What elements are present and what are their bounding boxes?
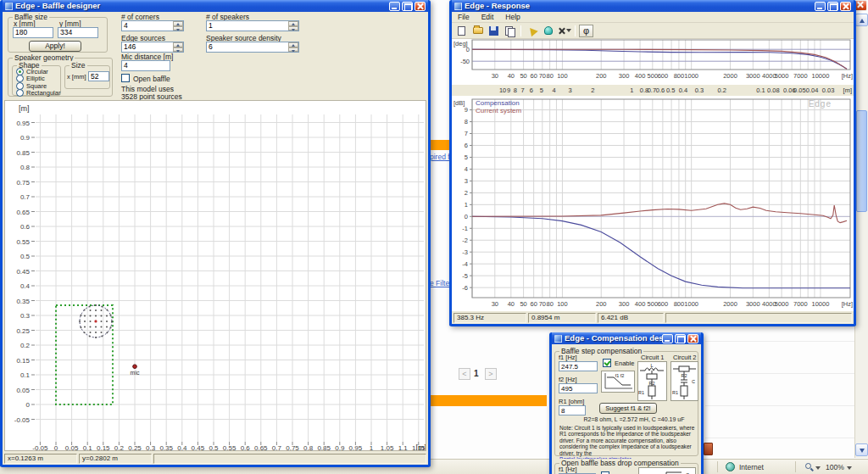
svg-text:50: 50 [520,72,526,80]
browser-scrollbar[interactable] [854,14,868,458]
title-bar[interactable]: Edge - Compensation designer [552,332,701,344]
shape-option[interactable]: Rectangular [16,90,59,98]
svg-text:[m]: [m] [19,104,30,113]
svg-text:9: 9 [465,106,468,114]
apply-button[interactable]: Apply! [29,41,81,52]
spinner-buttons[interactable] [173,42,183,52]
maximize-button[interactable] [402,2,413,11]
pagination-prev-button[interactable]: < [459,368,470,380]
svg-text:1000: 1000 [684,300,698,308]
minimize-button[interactable] [662,334,673,343]
zoom-level[interactable]: 100% [826,463,844,471]
wavelength-tick: 0.5 [666,86,675,94]
circuit1-R1-label: R1 [638,390,644,395]
zoom-level-dropdown-icon[interactable] [847,466,852,470]
svg-text:5: 5 [465,153,468,161]
svg-text:0.65: 0.65 [16,209,30,216]
open-button[interactable] [470,25,485,37]
baffle-plot-canvas[interactable]: 0.950.90.850.80.750.70.650.60.550.50.450… [4,100,426,451]
shape-option[interactable]: Square [16,82,59,90]
title-bar[interactable]: Edge - Baffle designer [3,0,428,12]
edge-sources-input[interactable]: 146 [121,42,184,53]
svg-text:1: 1 [465,201,468,209]
maximize-button[interactable] [675,334,686,343]
shape-option[interactable]: Circular [16,68,59,75]
response-chart[interactable]: [dB]9876543210-1-2-3-4-5-630405060708010… [452,96,854,311]
browser-close-button[interactable] [854,0,867,11]
wavelength-tick: 0.2 [717,86,726,94]
zoom-icon [805,463,811,469]
enable-step-comp-checkbox[interactable] [603,359,611,367]
copy-button[interactable] [503,25,517,37]
shape-option[interactable]: Elliptic [16,75,59,83]
minimize-button[interactable] [389,2,400,11]
svg-text:0.15: 0.15 [97,444,110,451]
status-frequency: 385.3 Hz [453,313,526,323]
f1-input[interactable]: 247.5 [559,361,598,371]
circuit2-diagram: R2 C R1 [670,361,698,401]
svg-text:0.85: 0.85 [317,444,331,451]
svg-text:5000: 5000 [775,72,789,80]
close-button[interactable] [687,334,698,343]
page-row-divider [705,341,854,342]
svg-text:0: 0 [465,213,468,220]
svg-text:600: 600 [658,300,669,308]
size-x-input[interactable]: 52 [88,71,109,81]
mic-marker[interactable] [133,365,137,369]
svg-text:2000: 2000 [723,72,737,80]
close-button[interactable] [415,2,426,11]
speakers-input[interactable]: 1 [206,20,299,31]
open-baffle-checkbox[interactable] [121,74,130,82]
menu-item[interactable]: File [452,12,476,22]
close-button[interactable] [840,2,851,11]
phase-chart[interactable]: [deg]0-503040506070801002003004005006008… [452,39,854,85]
svg-text:0.55: 0.55 [223,444,236,451]
wavelength-tick: 1 [630,86,633,94]
copy-icon [505,26,515,36]
spinner-buttons[interactable] [288,42,298,52]
status-filler [153,454,426,464]
scroll-up-button[interactable] [855,14,868,26]
pagination-next-button[interactable]: > [485,368,497,380]
cursor-tool-button[interactable] [525,25,539,37]
phase-toggle-button[interactable]: φ [579,25,593,37]
svg-text:70: 70 [539,72,546,80]
scroll-down-button[interactable] [855,443,868,456]
marker-tool-button[interactable] [541,25,555,37]
suggest-f1-f2-button[interactable]: Suggest f1 & f2! [599,403,657,414]
delete-marker-button[interactable] [557,25,571,37]
minimize-button[interactable] [815,2,826,11]
svg-text:3000: 3000 [746,300,760,308]
open-folder-icon [473,27,483,34]
new-button[interactable] [454,25,469,37]
svg-text:0.55: 0.55 [16,238,30,246]
circuit1-L-label: L [650,363,653,368]
menu-item[interactable]: Help [499,12,526,22]
f2-input[interactable]: 495 [559,383,598,393]
svg-text:500: 500 [648,300,659,308]
edge-sources-value: 146 [124,42,136,51]
spinner-buttons[interactable] [173,21,183,31]
toolbar-separator [520,25,521,36]
scrollbar-thumb[interactable] [856,110,867,212]
density-input[interactable]: 6 [206,42,299,53]
svg-text:0.95: 0.95 [16,120,30,127]
title-bar[interactable]: Edge - Response [452,0,854,12]
spinner-buttons[interactable] [288,21,298,31]
r1-input[interactable]: 8 [559,405,586,415]
svg-text:2: 2 [465,189,468,197]
svg-text:0.05: 0.05 [16,387,30,394]
save-button[interactable] [487,25,501,37]
mic-distance-input[interactable]: 4 [121,60,170,71]
corners-input[interactable]: 4 [121,20,184,31]
svg-text:6: 6 [465,142,468,149]
svg-text:600: 600 [658,72,669,80]
radio-icon [16,75,24,82]
zoom-dropdown-icon[interactable] [815,466,821,470]
baffle-x-input[interactable]: 180 [13,27,53,38]
new-file-icon [458,26,465,36]
baffle-y-input[interactable]: 334 [58,27,98,38]
svg-text:0.25: 0.25 [16,327,30,335]
menu-item[interactable]: Edit [476,12,500,22]
maximize-button[interactable] [827,2,838,11]
